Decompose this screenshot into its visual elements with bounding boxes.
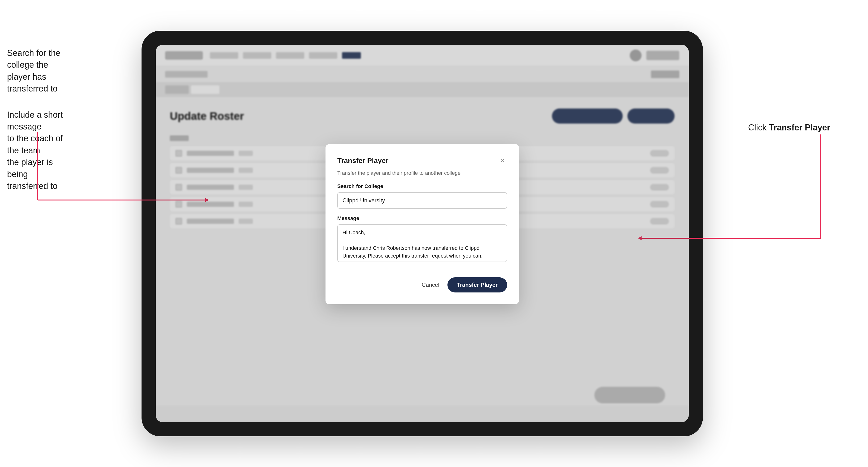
- annotation-right: Click Transfer Player: [748, 123, 830, 132]
- modal-footer: Cancel Transfer Player: [337, 277, 507, 292]
- annotation-message-text: Include a short message to the coach of …: [7, 109, 68, 192]
- tablet-device: Update Roster: [142, 31, 703, 436]
- transfer-player-button[interactable]: Transfer Player: [447, 277, 507, 292]
- message-label: Message: [337, 215, 507, 221]
- search-college-input[interactable]: [337, 192, 507, 209]
- close-icon[interactable]: ×: [498, 156, 507, 165]
- modal-title: Transfer Player: [337, 157, 389, 165]
- tablet-screen: Update Roster: [156, 45, 689, 422]
- modal-overlay: Transfer Player × Transfer the player an…: [156, 45, 689, 422]
- cancel-button[interactable]: Cancel: [420, 282, 442, 288]
- annotation-left: Search for the college the player has tr…: [7, 47, 68, 192]
- message-textarea[interactable]: Hi Coach, I understand Chris Robertson h…: [337, 224, 507, 262]
- search-college-label: Search for College: [337, 183, 507, 189]
- modal-subtitle: Transfer the player and their profile to…: [337, 170, 507, 176]
- transfer-player-modal: Transfer Player × Transfer the player an…: [326, 144, 519, 304]
- modal-header: Transfer Player ×: [337, 156, 507, 165]
- annotation-search-text: Search for the college the player has tr…: [7, 47, 68, 95]
